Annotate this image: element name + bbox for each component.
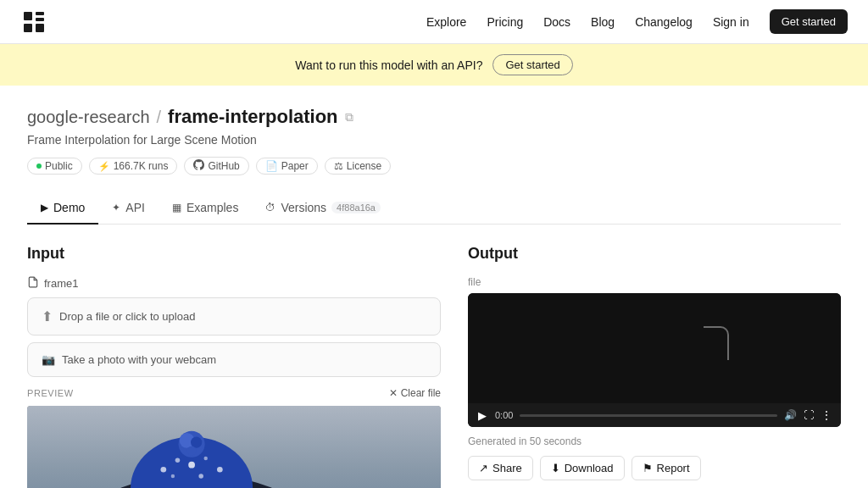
download-label: Download xyxy=(565,462,614,474)
video-controls: ▶ 0:00 🔊 ⛶ ⋮ xyxy=(468,403,841,427)
volume-icon[interactable]: 🔊 xyxy=(784,409,797,421)
report-label: Report xyxy=(657,462,690,474)
badge-runs-label: 166.7K runs xyxy=(114,160,169,172)
x-icon: ✕ xyxy=(389,387,398,399)
nav-links: Explore Pricing Docs Blog Changelog Sign… xyxy=(426,9,848,34)
badge-visibility: Public xyxy=(27,158,82,175)
tab-versions[interactable]: ⏱ Versions 4f88a16a xyxy=(252,192,394,225)
clear-file-button[interactable]: ✕ Clear file xyxy=(389,387,441,399)
video-screen xyxy=(468,293,841,403)
download-icon: ⬇ xyxy=(551,462,560,474)
report-button[interactable]: ⚑ Report xyxy=(632,456,701,480)
upload-text: Drop a file or click to upload xyxy=(59,310,195,323)
video-curve-shape xyxy=(704,326,729,360)
model-name: frame-interpolation xyxy=(168,106,337,128)
model-badges: Public ⚡ 166.7K runs GitHub 📄 Paper xyxy=(27,157,841,175)
svg-point-11 xyxy=(160,467,166,473)
output-file-label: file xyxy=(468,276,841,288)
banner-cta-button[interactable]: Get started xyxy=(492,54,572,75)
navigation: Explore Pricing Docs Blog Changelog Sign… xyxy=(0,0,868,44)
output-panel: Output file ▶ 0:00 🔊 xyxy=(468,245,841,488)
svg-point-12 xyxy=(175,458,181,463)
main-columns: Input frame1 ⬆ Drop a file or click to u… xyxy=(27,245,841,488)
svg-rect-2 xyxy=(36,12,44,15)
fullscreen-icon[interactable]: ⛶ xyxy=(804,409,814,421)
share-button[interactable]: ↗ Share xyxy=(468,456,533,480)
nav-explore[interactable]: Explore xyxy=(426,15,466,29)
tab-versions-badge: 4f88a16a xyxy=(331,202,381,214)
svg-point-13 xyxy=(188,462,195,469)
upload-icon: ⬆ xyxy=(42,308,53,324)
frame1-field-label: frame1 xyxy=(44,277,78,290)
svg-rect-1 xyxy=(24,24,32,32)
nav-docs[interactable]: Docs xyxy=(543,15,570,29)
camera-icon: 📷 xyxy=(42,353,55,366)
webcam-area[interactable]: 📷 Take a photo with your webcam xyxy=(27,342,441,377)
flag-icon: ⚑ xyxy=(643,462,653,474)
copy-icon[interactable]: ⧉ xyxy=(345,110,353,125)
nav-get-started-button[interactable]: Get started xyxy=(770,9,848,34)
tab-versions-label: Versions xyxy=(281,201,326,214)
svg-point-15 xyxy=(217,467,223,473)
model-description: Frame Interpolation for Large Scene Moti… xyxy=(27,133,841,147)
output-title: Output xyxy=(468,245,841,263)
grid-icon: ▦ xyxy=(172,202,181,214)
model-title: google-research / frame-interpolation ⧉ xyxy=(27,106,841,128)
svg-point-16 xyxy=(171,474,175,478)
share-label: Share xyxy=(492,462,522,474)
input-panel: Input frame1 ⬆ Drop a file or click to u… xyxy=(27,245,441,488)
time-display: 0:00 xyxy=(495,410,513,420)
nav-signin[interactable]: Sign in xyxy=(713,15,749,29)
svg-point-14 xyxy=(204,457,208,460)
badge-runs: ⚡ 166.7K runs xyxy=(89,158,178,175)
tab-examples[interactable]: ▦ Examples xyxy=(159,192,252,225)
model-org[interactable]: google-research xyxy=(27,108,150,127)
share-icon: ↗ xyxy=(479,462,488,474)
nav-blog[interactable]: Blog xyxy=(591,15,615,29)
badge-github[interactable]: GitHub xyxy=(184,157,248,175)
nav-pricing[interactable]: Pricing xyxy=(487,15,523,29)
visibility-dot xyxy=(36,164,42,169)
logo[interactable] xyxy=(20,8,47,36)
progress-bar[interactable] xyxy=(520,414,777,417)
upload-area[interactable]: ⬆ Drop a file or click to upload xyxy=(27,297,441,336)
svg-rect-0 xyxy=(24,12,32,20)
lightning-icon: ⚡ xyxy=(98,161,110,172)
badge-paper[interactable]: 📄 Paper xyxy=(256,158,318,175)
tab-examples-label: Examples xyxy=(186,201,238,214)
badge-license[interactable]: ⚖ License xyxy=(325,158,391,175)
license-icon: ⚖ xyxy=(334,160,343,172)
tab-api[interactable]: ✦ API xyxy=(98,192,159,225)
more-options-icon[interactable]: ⋮ xyxy=(821,408,832,422)
nav-changelog[interactable]: Changelog xyxy=(635,15,693,29)
preview-header: PREVIEW ✕ Clear file xyxy=(27,387,441,399)
badge-visibility-label: Public xyxy=(45,160,73,172)
svg-point-21 xyxy=(187,446,197,456)
download-button[interactable]: ⬇ Download xyxy=(540,456,625,480)
api-banner: Want to run this model with an API? Get … xyxy=(0,44,868,86)
play-button[interactable]: ▶ xyxy=(476,409,488,422)
clear-label: Clear file xyxy=(401,387,441,399)
tabs: ▶ Demo ✦ API ▦ Examples ⏱ Versions 4f88a… xyxy=(27,192,841,225)
paper-icon: 📄 xyxy=(265,160,278,172)
generated-info: Generated in 50 seconds xyxy=(468,435,841,447)
svg-rect-4 xyxy=(36,24,44,32)
tab-api-label: API xyxy=(125,201,145,214)
banner-text: Want to run this model with an API? xyxy=(295,58,482,72)
badge-license-label: License xyxy=(347,160,381,172)
tab-demo[interactable]: ▶ Demo xyxy=(27,192,98,225)
file-icon xyxy=(27,276,39,291)
github-icon xyxy=(193,159,204,173)
code-icon: ✦ xyxy=(112,202,120,214)
preview-label: PREVIEW xyxy=(27,388,74,398)
video-player: ▶ 0:00 🔊 ⛶ ⋮ xyxy=(468,293,841,427)
preview-image xyxy=(27,406,441,488)
model-separator: / xyxy=(157,108,162,127)
svg-point-17 xyxy=(198,474,203,479)
badge-github-label: GitHub xyxy=(208,160,239,172)
tab-demo-label: Demo xyxy=(53,201,85,214)
output-actions: ↗ Share ⬇ Download ⚑ Report xyxy=(468,456,841,480)
svg-rect-3 xyxy=(36,18,44,21)
clock-icon: ⏱ xyxy=(265,202,275,214)
webcam-text: Take a photo with your webcam xyxy=(62,353,216,366)
